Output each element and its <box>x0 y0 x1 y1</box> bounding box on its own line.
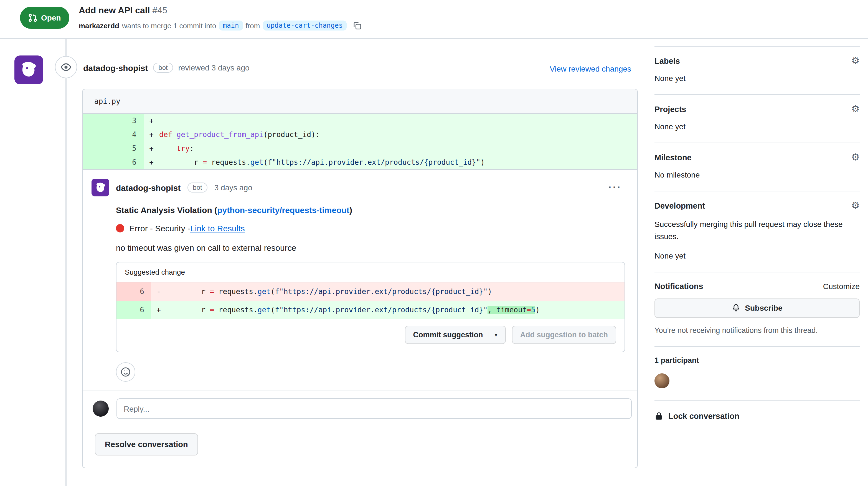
head-branch-label[interactable]: update-cart-changes <box>262 21 347 31</box>
severity-row: Error - Security - Link to Results <box>116 223 625 233</box>
reply-input[interactable] <box>117 398 632 419</box>
current-user-avatar[interactable] <box>93 400 109 417</box>
customize-link[interactable]: Customize <box>823 282 860 291</box>
link-to-results[interactable]: Link to Results <box>190 223 245 233</box>
sidebar-section-development: Development ⚙ Successfully merging this … <box>654 191 860 272</box>
diff-line: 6 + r = requests.get(f"https://api.provi… <box>83 155 637 169</box>
milestone-value: No milestone <box>654 170 860 179</box>
view-reviewed-changes-link[interactable]: View reviewed changes <box>550 64 631 73</box>
datadog-logo-icon <box>94 181 107 194</box>
comment-author-avatar[interactable] <box>92 179 109 196</box>
line-number: 3 <box>83 114 144 128</box>
base-branch-label[interactable]: main <box>219 21 243 31</box>
review-comment: datadog-shopist bot 3 days ago ··· Stati… <box>83 169 637 391</box>
milestone-title: Milestone <box>654 153 692 162</box>
resolve-conversation-button[interactable]: Resolve conversation <box>95 433 198 455</box>
chevron-down-icon[interactable]: ▾ <box>488 332 497 338</box>
diff-line: 4 + def get_product_from_api(product_id)… <box>83 128 637 142</box>
bot-badge: bot <box>153 63 173 73</box>
review-meta: reviewed 3 days ago <box>178 63 250 72</box>
pr-title: Add new API call #45 <box>79 5 167 16</box>
resolve-row: Resolve conversation <box>83 426 637 468</box>
reply-row <box>83 391 637 426</box>
suggested-change-header: Suggested change <box>117 263 624 282</box>
pull-request-page: Open Add new API call #45 markazerdd wan… <box>0 0 868 486</box>
lock-icon <box>654 412 663 421</box>
comment-header: datadog-shopist bot 3 days ago ··· <box>92 179 625 196</box>
pr-status-label: Open <box>41 13 61 22</box>
diff-line: 3 + <box>83 114 637 128</box>
copy-branch-button[interactable] <box>352 20 363 31</box>
severity-label: Error - Security - <box>129 223 190 233</box>
line-number: 6 <box>83 155 144 169</box>
line-number: 6 <box>117 282 151 301</box>
file-header: api.py <box>83 89 637 114</box>
commit-suggestion-button[interactable]: Commit suggestion ▾ <box>405 326 505 344</box>
sidebar-section-labels: Labels ⚙ None yet <box>654 46 860 95</box>
datadog-logo-icon <box>19 60 39 80</box>
bell-icon <box>732 304 740 313</box>
gear-icon[interactable]: ⚙ <box>851 201 860 210</box>
eye-icon <box>60 62 71 73</box>
projects-title: Projects <box>654 104 686 114</box>
comment-menu-button[interactable]: ··· <box>605 181 625 193</box>
pr-header: Open Add new API call #45 markazerdd wan… <box>0 0 868 39</box>
copy-icon <box>353 21 362 30</box>
add-reaction-button[interactable] <box>116 362 135 382</box>
pr-merge-summary: markazerdd wants to merge 1 commit into … <box>79 20 363 31</box>
pr-number: #45 <box>153 5 167 15</box>
line-number: 5 <box>83 142 144 155</box>
projects-value: None yet <box>654 122 860 131</box>
diff-block: 3 + 4 + def get_product_from_api(product… <box>83 114 637 169</box>
comment-timestamp: 3 days ago <box>214 183 252 192</box>
sidebar-section-projects: Projects ⚙ None yet <box>654 95 860 143</box>
gear-icon[interactable]: ⚙ <box>851 153 860 162</box>
review-header-row: datadog-shopist bot reviewed 3 days ago <box>83 63 250 73</box>
sidebar: Labels ⚙ None yet Projects ⚙ None yet Mi… <box>654 26 860 432</box>
pr-author[interactable]: markazerdd <box>79 21 119 30</box>
sidebar-section-notifications: Notifications Customize Subscribe You’re… <box>654 272 860 347</box>
suggestion-deleted-line: 6 - r = requests.get(f"https://api.provi… <box>117 282 624 301</box>
thread-footer: Resolve conversation <box>83 391 637 468</box>
line-number: 6 <box>117 301 151 319</box>
error-dot-icon <box>116 224 124 233</box>
sidebar-section-milestone: Milestone ⚙ No milestone <box>654 143 860 191</box>
comment-body: Static Analysis Violation (python-securi… <box>116 205 625 382</box>
labels-value: None yet <box>654 74 860 83</box>
gear-icon[interactable]: ⚙ <box>851 104 860 114</box>
file-name-link[interactable]: api.py <box>94 97 120 105</box>
suggested-change-box: Suggested change 6 - r = requests.get(f"… <box>116 262 625 352</box>
pr-status-badge: Open <box>20 7 69 29</box>
diff-line: 5 + try: <box>83 142 637 155</box>
gear-icon[interactable]: ⚙ <box>851 56 860 65</box>
violation-title: Static Analysis Violation (python-securi… <box>116 205 625 215</box>
violation-description: no timeout was given on call to external… <box>116 243 625 252</box>
labels-title: Labels <box>654 56 680 65</box>
participant-avatar[interactable] <box>654 373 670 388</box>
development-value: None yet <box>654 251 860 260</box>
review-eye-badge <box>55 56 77 78</box>
notifications-note: You’re not receiving notifications from … <box>654 326 860 335</box>
participants-title: 1 participant <box>654 356 860 365</box>
comment-author[interactable]: datadog-shopist <box>116 183 181 192</box>
bot-badge: bot <box>187 183 208 192</box>
git-pull-request-icon <box>28 13 37 22</box>
line-number: 4 <box>83 128 144 142</box>
development-description: Successfully merging this pull request m… <box>654 218 860 243</box>
review-thread-card: api.py 3 + 4 + def get_product_from_api(… <box>82 89 638 468</box>
reviewer-avatar[interactable] <box>14 56 43 84</box>
smiley-icon <box>120 367 131 377</box>
lock-conversation-button[interactable]: Lock conversation <box>654 400 860 432</box>
sidebar-section-participants: 1 participant <box>654 347 860 400</box>
subscribe-button[interactable]: Subscribe <box>654 299 860 318</box>
suggestion-added-line: 6 + r = requests.get(f"https://api.provi… <box>117 301 624 319</box>
review-author[interactable]: datadog-shopist <box>83 63 148 72</box>
rule-link[interactable]: python-security/requests-timeout <box>217 205 349 215</box>
add-suggestion-to-batch-button[interactable]: Add suggestion to batch <box>512 326 617 344</box>
notifications-title: Notifications <box>654 282 703 291</box>
development-title: Development <box>654 201 705 210</box>
timeline-line <box>65 39 67 486</box>
suggestion-actions: Commit suggestion ▾ Add suggestion to ba… <box>117 319 624 352</box>
